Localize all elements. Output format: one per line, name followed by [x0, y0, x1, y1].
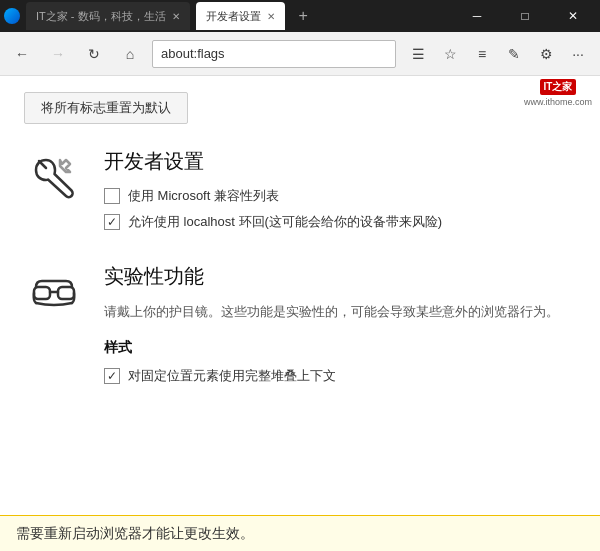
more-icon[interactable]: ···: [564, 40, 592, 68]
address-bar-input[interactable]: about:flags: [152, 40, 396, 68]
experimental-section-content: 实验性功能 请戴上你的护目镜。这些功能是实验性的，可能会导致某些意外的浏览器行为…: [104, 263, 576, 393]
active-tab-label: 开发者设置: [206, 9, 261, 24]
localhost-checkbox[interactable]: ✓: [104, 214, 120, 230]
close-button[interactable]: ✕: [550, 0, 596, 32]
inactive-tab-label: IT之家 - 数码，科技，生活: [36, 9, 166, 24]
localhost-option: ✓ 允许使用 localhost 环回(这可能会给你的设备带来风险): [104, 213, 576, 231]
active-tab-close[interactable]: ✕: [267, 11, 275, 22]
style-subsection-title: 样式: [104, 339, 576, 357]
toolbar-icons: ☰ ☆ ≡ ✎ ⚙ ···: [404, 40, 592, 68]
localhost-label: 允许使用 localhost 环回(这可能会给你的设备带来风险): [128, 213, 442, 231]
watermark: IT之家 www.ithome.com: [524, 76, 592, 107]
reading-list-icon[interactable]: ☰: [404, 40, 432, 68]
developer-section: 开发者设置 使用 Microsoft 兼容性列表 ✓ 允许使用 localhos…: [24, 148, 576, 239]
experimental-title: 实验性功能: [104, 263, 576, 290]
address-value: about:flags: [161, 46, 225, 61]
experimental-section: 实验性功能 请戴上你的护目镜。这些功能是实验性的，可能会导致某些意外的浏览器行为…: [24, 263, 576, 393]
title-bar-left: IT之家 - 数码，科技，生活 ✕ 开发者设置 ✕ +: [4, 2, 454, 30]
ms-compat-checkbox[interactable]: [104, 188, 120, 204]
forward-button[interactable]: →: [44, 40, 72, 68]
experimental-description: 请戴上你的护目镜。这些功能是实验性的，可能会导致某些意外的浏览器行为。: [104, 302, 576, 323]
wrench-icon: [24, 148, 84, 239]
svg-rect-1: [34, 287, 50, 299]
back-button[interactable]: ←: [8, 40, 36, 68]
favorites-icon[interactable]: ☆: [436, 40, 464, 68]
browser-icon: [4, 8, 20, 24]
watermark-url: www.ithome.com: [524, 97, 592, 107]
fixed-pos-check-mark: ✓: [107, 369, 117, 383]
new-tab-button[interactable]: +: [291, 7, 316, 25]
hub-icon[interactable]: ≡: [468, 40, 496, 68]
watermark-logo: IT之家: [540, 79, 577, 95]
svg-line-0: [39, 161, 46, 168]
fixed-pos-option: ✓ 对固定位置元素使用完整堆叠上下文: [104, 367, 576, 385]
address-bar: ← → ↻ ⌂ about:flags ☰ ☆ ≡ ✎ ⚙ ···: [0, 32, 600, 76]
goggles-icon: [24, 263, 84, 393]
restart-message: 需要重新启动浏览器才能让更改生效。: [16, 525, 254, 543]
title-bar: IT之家 - 数码，科技，生活 ✕ 开发者设置 ✕ + ─ □ ✕: [0, 0, 600, 32]
content-area: 将所有标志重置为默认 开发者设置 使用 Microsoft 兼容性列表: [0, 76, 600, 515]
tab-active[interactable]: 开发者设置 ✕: [196, 2, 285, 30]
ms-compat-option: 使用 Microsoft 兼容性列表: [104, 187, 576, 205]
edit-icon[interactable]: ✎: [500, 40, 528, 68]
minimize-button[interactable]: ─: [454, 0, 500, 32]
localhost-check-mark: ✓: [107, 215, 117, 229]
refresh-button[interactable]: ↻: [80, 40, 108, 68]
tab-inactive[interactable]: IT之家 - 数码，科技，生活 ✕: [26, 2, 190, 30]
svg-rect-2: [58, 287, 74, 299]
ms-compat-label: 使用 Microsoft 兼容性列表: [128, 187, 279, 205]
developer-section-content: 开发者设置 使用 Microsoft 兼容性列表 ✓ 允许使用 localhos…: [104, 148, 576, 239]
bottom-notification-bar: 需要重新启动浏览器才能让更改生效。: [0, 515, 600, 551]
home-button[interactable]: ⌂: [116, 40, 144, 68]
settings-icon[interactable]: ⚙: [532, 40, 560, 68]
title-bar-controls: ─ □ ✕: [454, 0, 596, 32]
reset-flags-button[interactable]: 将所有标志重置为默认: [24, 92, 188, 124]
restore-button[interactable]: □: [502, 0, 548, 32]
developer-title: 开发者设置: [104, 148, 576, 175]
fixed-pos-checkbox[interactable]: ✓: [104, 368, 120, 384]
inactive-tab-close[interactable]: ✕: [172, 11, 180, 22]
fixed-pos-label: 对固定位置元素使用完整堆叠上下文: [128, 367, 336, 385]
